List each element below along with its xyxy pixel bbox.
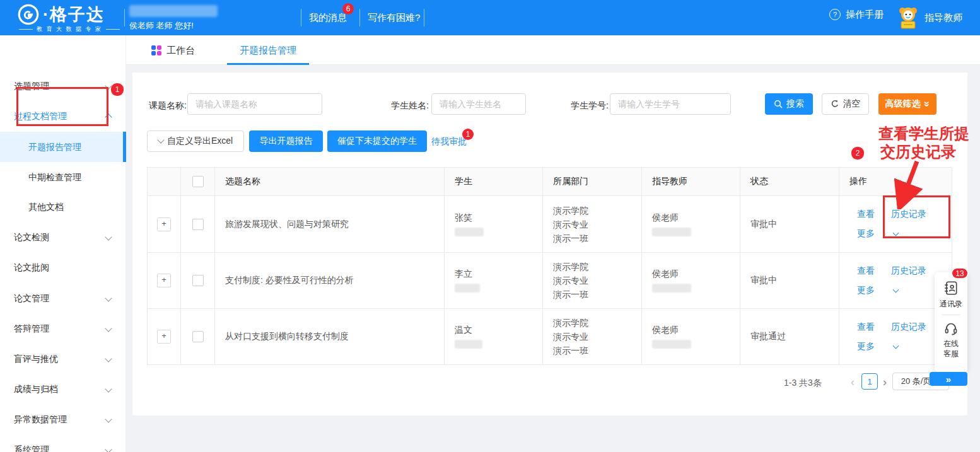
sidebar-item-paper-mgmt[interactable]: 论文管理 — [14, 292, 49, 304]
filter-student-name-label: 学生姓名: — [391, 99, 429, 112]
sidebar-item-paper-review[interactable]: 论文批阅 — [14, 261, 49, 274]
urge-unsubmitted-students-button[interactable]: 催促下未提交的学生 — [327, 130, 427, 152]
sidebar-nav: 选题管理 过程文档管理 开题报告管理 中期检查管理 其他文档 论文检测 论文批阅… — [0, 35, 126, 452]
tab-proposal-report-mgmt[interactable]: 开题报告管理 — [240, 45, 296, 57]
row-checkbox-cell — [181, 309, 215, 365]
advanced-filter-button[interactable]: 高级筛选 » — [878, 93, 936, 115]
row-checkbox[interactable] — [192, 219, 204, 230]
refresh-icon — [831, 100, 839, 108]
advisor-cell: 侯老师 — [642, 196, 740, 253]
tagline-dash-right — [106, 29, 120, 30]
custom-export-excel-button[interactable]: 自定义导出Excel — [147, 130, 244, 152]
proposal-table: 选题名称 学生 所属部门 指导教师 状态 操作 + 旅游发展现状、问题与对策研究… — [147, 167, 952, 365]
app-root: ·格子达 教 育 大 数 据 专 家 侯老师 老师 您好! 我的消息 6 写作有… — [0, 0, 980, 452]
header-checkbox-col — [181, 168, 215, 196]
select-all-checkbox[interactable] — [192, 176, 204, 187]
pagination-prev[interactable]: ‹ — [851, 374, 855, 390]
more-link[interactable]: 更多 — [857, 341, 875, 352]
history-link[interactable]: 历史记录 — [891, 265, 926, 277]
status-cell: 审批中 — [740, 253, 839, 309]
header-divider — [424, 9, 424, 26]
dept-class: 演示一班 — [553, 344, 588, 357]
row-expand-button[interactable]: + — [157, 274, 171, 287]
chevron-down-icon — [157, 136, 164, 143]
history-link[interactable]: 历史记录 — [891, 209, 926, 220]
chevron-down-icon — [105, 325, 112, 332]
sidebar-item-midterm-check[interactable]: 中期检查管理 — [28, 171, 81, 183]
view-link[interactable]: 查看 — [857, 322, 875, 333]
student-id-blurred — [455, 340, 482, 349]
header-divider — [124, 9, 125, 26]
advisor-id-blurred — [652, 340, 691, 349]
sidebar-item-process-docs[interactable]: 过程文档管理 — [14, 110, 67, 122]
row-checkbox[interactable] — [192, 331, 204, 342]
dept-major: 演示专业 — [553, 274, 588, 287]
tab-workbench[interactable]: 工作台 — [166, 45, 195, 57]
dept-class: 演示一班 — [553, 287, 588, 301]
active-tab-underline — [227, 63, 309, 65]
step2-badge: 2 — [851, 147, 864, 159]
advisor-name: 侯老师 — [652, 269, 679, 280]
sidebar-item-system-mgmt[interactable]: 系统管理 — [14, 443, 49, 452]
sidebar-item-grades-archive[interactable]: 成绩与归档 — [14, 383, 58, 395]
student-name: 张笑 — [455, 212, 472, 224]
more-link[interactable]: 更多 — [857, 285, 875, 296]
double-chevron-down-icon: » — [921, 101, 933, 107]
online-service-label-line1[interactable]: 在线 — [943, 339, 959, 349]
pending-approval-link[interactable]: 待我审批 — [431, 136, 467, 148]
topic-name-input[interactable] — [187, 93, 322, 115]
user-name-blurred — [129, 5, 218, 17]
student-name-input[interactable] — [431, 93, 526, 115]
online-service-label-line2[interactable]: 客服 — [943, 349, 959, 359]
sidebar-item-abnormal-data[interactable]: 异常数据管理 — [14, 413, 67, 426]
row-expand-button[interactable]: + — [157, 330, 171, 344]
annotation-text-line1: 查看学生所提 — [878, 124, 969, 142]
advanced-filter-label: 高级筛选 — [885, 98, 921, 110]
row-checkbox[interactable] — [192, 275, 204, 286]
advisor-cell: 侯老师 — [642, 253, 740, 309]
topic-cell: 支付制度: 必要性及可行性的分析 — [215, 253, 445, 309]
sidebar-item-blind-review[interactable]: 盲评与推优 — [14, 352, 58, 365]
row-expand-button[interactable]: + — [157, 217, 171, 231]
contacts-icon[interactable] — [943, 280, 959, 296]
step1-badge: 1 — [111, 83, 124, 96]
manual-label: 操作手册 — [846, 8, 884, 21]
sidebar-item-paper-check[interactable]: 论文检测 — [14, 231, 49, 243]
pagination-next[interactable]: › — [883, 374, 887, 390]
clear-button[interactable]: 清空 — [822, 93, 869, 115]
history-link[interactable]: 历史记录 — [891, 322, 926, 333]
dept-class: 演示一班 — [553, 231, 588, 245]
sidebar-item-defense-mgmt[interactable]: 答辩管理 — [14, 322, 49, 335]
clear-label: 清空 — [843, 98, 861, 110]
more-link[interactable]: 更多 — [857, 228, 875, 240]
tagline-dash-left — [19, 29, 33, 30]
chevron-down-icon — [105, 446, 112, 452]
messages-badge: 6 — [342, 3, 354, 14]
view-link[interactable]: 查看 — [857, 265, 875, 277]
writing-help-link[interactable]: 写作有困难? — [368, 11, 420, 24]
annotation-text-line2: 交历史记录 — [880, 142, 956, 161]
export-proposal-report-button[interactable]: 导出开题报告 — [249, 130, 323, 152]
collapse-panel-button[interactable]: » — [930, 372, 967, 386]
manual-link[interactable]: ? 操作手册 — [829, 8, 884, 21]
sidebar-item-other-docs[interactable]: 其他文档 — [28, 200, 64, 213]
my-messages-link[interactable]: 我的消息 — [309, 11, 347, 24]
role-label: 指导教师 — [925, 11, 962, 24]
search-icon — [774, 100, 783, 108]
table-row: + — [148, 253, 181, 309]
view-link[interactable]: 查看 — [857, 209, 875, 220]
sidebar-item-proposal-report[interactable]: 开题报告管理 — [28, 141, 81, 153]
status-cell: 审批通过 — [740, 309, 839, 365]
grid-square — [151, 51, 156, 55]
question-circle-icon: ? — [829, 9, 841, 20]
user-greeting: 侯老师 老师 您好! — [129, 20, 194, 32]
student-id-input[interactable] — [610, 93, 731, 115]
pagination-page-1[interactable]: 1 — [861, 373, 878, 390]
sidebar-item-topic-mgmt[interactable]: 选题管理 — [14, 79, 49, 92]
top-header: ·格子达 教 育 大 数 据 专 家 侯老师 老师 您好! 我的消息 6 写作有… — [0, 0, 980, 35]
sidebar-active-bar — [123, 132, 126, 162]
headset-icon[interactable] — [943, 321, 959, 336]
dept-college: 演示学院 — [553, 260, 588, 274]
contacts-label[interactable]: 通讯录 — [940, 299, 962, 309]
search-button[interactable]: 搜索 — [765, 93, 813, 115]
